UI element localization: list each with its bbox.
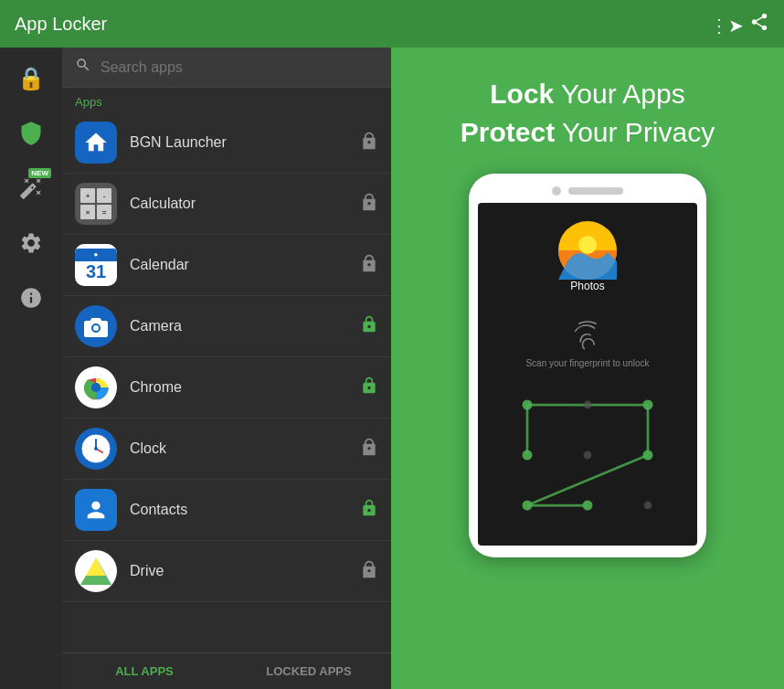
app-name-calendar: Calendar (130, 257, 360, 273)
phone-top-bar (478, 186, 697, 196)
app-name-chrome: Chrome (130, 379, 360, 396)
app-icon-calendar: ● 31 (75, 244, 117, 286)
list-item[interactable]: Contacts (62, 480, 391, 541)
app-name-camera: Camera (130, 318, 360, 334)
svg-point-21 (523, 400, 533, 410)
list-item[interactable]: BGN Launcher (62, 112, 391, 174)
app-name-calc: Calculator (130, 196, 360, 212)
sidebar: 🔒 NEW (0, 48, 62, 689)
pattern-area (487, 383, 688, 527)
tab-all-apps[interactable]: ALL APPS (62, 653, 227, 689)
sidebar-settings-icon[interactable] (15, 227, 48, 260)
app-icon-contacts (75, 489, 117, 531)
photos-app-icon (558, 221, 617, 280)
list-item[interactable]: Drive (62, 541, 391, 602)
promo-text: Lock Your Apps Protect Your Privacy (461, 75, 715, 152)
svg-point-28 (583, 501, 593, 511)
promo-lock-bold: Lock (490, 79, 554, 109)
promo-line2: Protect Your Privacy (461, 113, 715, 152)
svg-point-29 (644, 502, 652, 510)
list-item[interactable]: Camera (62, 296, 391, 357)
new-badge: NEW (28, 168, 51, 178)
svg-point-25 (584, 451, 592, 460)
svg-point-23 (643, 400, 653, 410)
phone-screen: Photos Scan your fingerprint to unlock (478, 203, 697, 546)
fingerprint-icon (570, 318, 605, 353)
right-panel: Lock Your Apps Protect Your Privacy (391, 48, 784, 689)
svg-line-18 (527, 455, 648, 505)
sidebar-wand-icon[interactable]: NEW (15, 172, 48, 205)
list-item[interactable]: ● 31 Calendar (62, 235, 391, 296)
app-icon-clock (75, 428, 117, 470)
apps-section-label: Apps (62, 88, 391, 112)
sidebar-shield-icon[interactable] (15, 117, 48, 150)
app-name-contacts: Contacts (130, 502, 360, 518)
bottom-tabs: ALL APPS LOCKED APPS (62, 652, 391, 689)
svg-point-1 (93, 325, 99, 331)
svg-point-26 (643, 450, 653, 461)
app-name-drive: Drive (130, 563, 360, 579)
lock-status-bgn[interactable] (360, 132, 378, 154)
app-header: App Locker ⋮➤ (0, 0, 784, 48)
app-icon-chrome (75, 366, 117, 408)
search-input[interactable] (101, 59, 378, 76)
svg-point-24 (523, 450, 533, 461)
tab-locked-apps[interactable]: LOCKED APPS (227, 653, 391, 689)
app-icon-drive (75, 550, 117, 592)
svg-point-4 (91, 383, 101, 392)
lock-status-contacts[interactable] (360, 499, 378, 522)
lock-status-camera[interactable] (360, 315, 378, 338)
app-icon-bgn (75, 122, 117, 164)
list-item[interactable]: Clock (62, 419, 391, 480)
lock-status-calc[interactable] (360, 193, 378, 216)
app-list: BGN Launcher + - × = Calculator (62, 112, 391, 652)
svg-point-9 (94, 447, 98, 450)
app-name-clock: Clock (130, 440, 360, 457)
fingerprint-area: Scan your fingerprint to unlock (525, 318, 649, 368)
lock-status-calendar[interactable] (360, 254, 378, 277)
app-title: App Locker (15, 14, 107, 35)
photos-label: Photos (570, 280, 604, 292)
main-content: 🔒 NEW Apps (0, 48, 784, 689)
app-icon-calc: + - × = (75, 183, 117, 225)
lock-status-drive[interactable] (360, 560, 378, 583)
fingerprint-text: Scan your fingerprint to unlock (525, 358, 649, 368)
phone-mockup: Photos Scan your fingerprint to unlock (469, 174, 706, 557)
share-icon[interactable]: ⋮➤ (710, 12, 769, 37)
app-list-panel: Apps BGN Launcher + (62, 48, 391, 689)
photos-app-area: Photos (558, 221, 617, 311)
svg-point-22 (584, 401, 592, 409)
lock-status-clock[interactable] (360, 438, 378, 461)
list-item[interactable]: Chrome (62, 357, 391, 419)
pattern-svg (487, 383, 688, 527)
app-name-bgn: BGN Launcher (130, 134, 360, 151)
app-icon-camera (75, 305, 117, 347)
phone-speaker (568, 187, 623, 195)
lock-status-chrome[interactable] (360, 376, 378, 399)
svg-point-27 (523, 501, 533, 511)
search-icon (75, 57, 91, 78)
sidebar-info-icon[interactable] (15, 281, 48, 314)
sidebar-lock-icon[interactable]: 🔒 (15, 62, 48, 95)
search-bar (62, 48, 391, 88)
promo-protect-bold: Protect (461, 117, 555, 147)
promo-line1: Lock Your Apps (461, 75, 715, 113)
list-item[interactable]: + - × = Calculator (62, 174, 391, 235)
svg-point-15 (578, 236, 597, 254)
phone-camera (552, 186, 561, 196)
